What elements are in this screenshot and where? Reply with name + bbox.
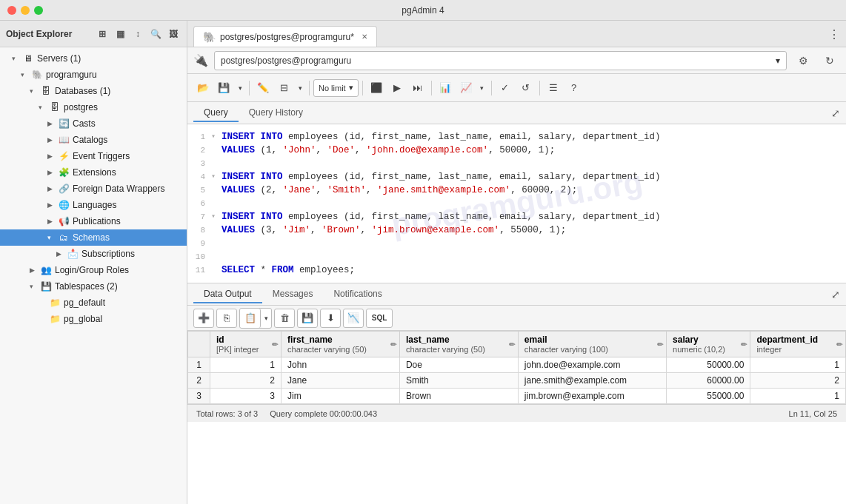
table-cell[interactable]: Jim [282,389,400,404]
sidebar-image-icon[interactable]: 🖼 [166,27,181,41]
table-cell[interactable]: 1 [750,357,846,373]
sidebar-item-languages[interactable]: ▶ 🌐 Languages [0,197,187,213]
run-all-button[interactable]: ⏭ [408,78,427,98]
maximize-button[interactable] [34,6,43,15]
table-cell[interactable]: 2 [750,373,846,389]
table-cell[interactable]: Jane [282,373,400,389]
open-file-button[interactable]: 📂 [193,78,213,98]
tab-notifications[interactable]: Notifications [323,286,392,303]
table-cell[interactable]: Doe [399,357,518,373]
tab-messages[interactable]: Messages [262,286,324,303]
column-edit-icon[interactable]: ✏ [657,340,663,349]
fold-arrow[interactable]: ▾ [211,130,222,144]
table-cell[interactable]: John [282,357,400,373]
table-cell[interactable]: Brown [399,389,518,404]
help-button[interactable]: ? [564,78,584,98]
sidebar-table-icon[interactable]: ⊞ [95,27,110,41]
filter-button[interactable]: ⊟ [274,78,293,98]
table-cell[interactable]: john.doe@example.com [518,357,666,373]
sidebar-item-programguru[interactable]: ▾ 🐘 programguru [0,67,187,83]
sidebar-search-icon[interactable]: 🔍 [148,27,163,41]
sidebar-item-subscriptions[interactable]: ▶ 📩 Subscriptions [0,246,187,262]
sidebar-item-login-group[interactable]: ▶ 👥 Login/Group Roles [0,262,187,278]
rollback-button[interactable]: ↺ [516,78,536,98]
explain-dropdown-button[interactable]: ▾ [477,78,487,98]
add-row-button[interactable]: ➕ [193,309,214,328]
edit-button[interactable]: ✏️ [253,78,273,98]
sidebar-item-casts[interactable]: ▶ 🔄 Casts [0,115,187,132]
sidebar-item-postgres[interactable]: ▾ 🗄 postgres [0,99,187,115]
tab-query[interactable]: Query [193,104,239,122]
no-limit-dropdown[interactable]: No limit ▾ [313,79,359,97]
table-row[interactable]: 33JimBrownjim.brown@example.com55000.001 [188,389,846,404]
sidebar-item-catalogs[interactable]: ▶ 📖 Catalogs [0,132,187,148]
table-cell[interactable]: jim.brown@example.com [518,389,666,404]
data-expand-icon[interactable]: ⤢ [831,289,840,300]
sidebar-arrow-icon[interactable]: ↕ [130,27,145,41]
sidebar-item-publications[interactable]: ▶ 📢 Publications [0,213,187,229]
tab-more-icon[interactable]: ⋮ [828,27,840,41]
column-edit-icon[interactable]: ✏ [836,340,842,349]
explain-button[interactable]: 📊 [436,78,455,98]
table-cell[interactable]: 60000.00 [667,373,750,389]
table-cell[interactable]: 50000.00 [667,357,750,373]
connection-select[interactable]: postgres/postgres@programguru ▾ [214,51,787,70]
table-cell[interactable]: Smith [399,373,518,389]
sql-button[interactable]: SQL [366,309,393,328]
macros-button[interactable]: ☰ [544,78,563,98]
fold-arrow[interactable]: ▾ [211,210,222,224]
table-cell[interactable]: 2 [210,373,282,389]
sidebar-item-databases[interactable]: ▾ 🗄 Databases (1) [0,83,187,99]
sidebar-item-extensions[interactable]: ▶ 🧩 Extensions [0,164,187,181]
fold-arrow[interactable]: ▾ [211,170,222,184]
save-dropdown-button[interactable]: ▾ [235,78,245,98]
separator-1 [249,81,250,95]
sidebar-item-servers[interactable]: ▾ 🖥 Servers (1) [0,50,187,67]
minimize-button[interactable] [21,6,30,15]
query-tab[interactable]: 🐘 postgres/postgres@programguru* ✕ [193,26,377,47]
column-type: [PK] integer [216,345,275,354]
sidebar-item-schemas[interactable]: ▾ 🗂 Schemas [0,229,187,246]
column-edit-icon[interactable]: ✏ [272,340,278,349]
chart-button[interactable]: 📉 [343,309,364,328]
delete-button[interactable]: 🗑 [274,309,295,328]
column-edit-icon[interactable]: ✏ [390,340,396,349]
table-cell[interactable]: jane.smith@example.com [518,373,666,389]
connection-value: postgres/postgres@programguru [221,56,351,66]
paste-dropdown[interactable]: ▾ [261,309,271,328]
save-rows-button[interactable]: 💾 [297,309,318,328]
query-editor[interactable]: 1▾INSERT INTO employees (id, first_name,… [187,124,846,283]
languages-label: Languages [73,200,116,210]
table-cell[interactable]: 1 [750,389,846,404]
connection-settings-icon[interactable]: ⚙ [793,50,813,71]
sidebar-item-event-triggers[interactable]: ▶ ⚡ Event Triggers [0,148,187,164]
tab-data-output[interactable]: Data Output [193,286,262,303]
filter-dropdown-button[interactable]: ▾ [295,78,305,98]
run-button[interactable]: ▶ [387,78,407,98]
save-button[interactable]: 💾 [214,78,233,98]
commit-button[interactable]: ✓ [496,78,515,98]
download-button[interactable]: ⬇ [320,309,341,328]
explain-analyze-button[interactable]: 📈 [456,78,476,98]
sidebar-item-tablespaces[interactable]: ▾ 💾 Tablespaces (2) [0,278,187,295]
sidebar-item-pg-global[interactable]: 📁 pg_global [0,311,187,327]
separator-3 [362,81,363,95]
column-edit-icon[interactable]: ✏ [509,340,515,349]
paste-button[interactable]: 📋 [240,309,261,328]
tab-query-history[interactable]: Query History [239,104,313,122]
copy-button[interactable]: ⎘ [216,309,237,328]
table-row[interactable]: 11JohnDoejohn.doe@example.com50000.001 [188,357,846,373]
column-edit-icon[interactable]: ✏ [741,340,747,349]
tab-close-icon[interactable]: ✕ [362,33,367,41]
connection-refresh-icon[interactable]: ↻ [819,50,840,71]
sidebar-item-pg-default[interactable]: 📁 pg_default [0,295,187,311]
editor-expand-icon[interactable]: ⤢ [831,107,840,119]
sidebar-item-foreign-data[interactable]: ▶ 🔗 Foreign Data Wrappers [0,181,187,197]
close-button[interactable] [7,6,16,15]
table-cell[interactable]: 55000.00 [667,389,750,404]
sidebar-grid-icon[interactable]: ▦ [113,27,127,41]
table-row[interactable]: 22JaneSmithjane.smith@example.com60000.0… [188,373,846,389]
stop-button[interactable]: ⬛ [367,78,386,98]
table-cell[interactable]: 3 [210,389,282,404]
table-cell[interactable]: 1 [210,357,282,373]
